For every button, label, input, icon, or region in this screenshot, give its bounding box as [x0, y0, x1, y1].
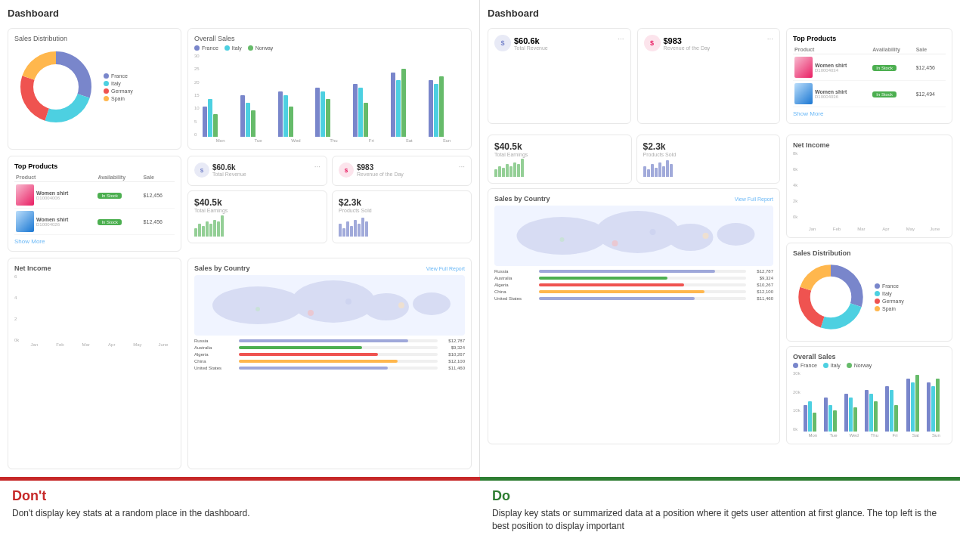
stat-total-earnings: $40.5k Total Earnings: [187, 190, 327, 243]
left-net-income-title: Net Income: [14, 265, 175, 272]
left-products-title: Top Products: [14, 162, 175, 170]
col-availability: Availability: [96, 173, 141, 182]
svg-point-10: [345, 299, 351, 305]
left-world-map: [194, 275, 465, 336]
right-overall-title: Overall Sales: [793, 353, 946, 360]
right-donut-chart: [793, 259, 869, 335]
col-sale: Sale: [142, 173, 175, 182]
left-overall-sales-card: Overall Sales France Italy Norway 0 5 10…: [187, 28, 472, 150]
left-net-income-card: Net Income 0k 2 4 6 Jan Feb Mar Apr: [8, 258, 181, 469]
left-sales-country-title: Sales by Country: [194, 265, 250, 272]
right-stat-revenue: $ $60.6k Total Revenue ···: [488, 28, 631, 124]
svg-point-14: [596, 211, 680, 253]
table-row: Women shirtD10004034 In Stock $12,456: [793, 54, 946, 81]
svg-point-25: [810, 277, 852, 318]
svg-point-17: [612, 240, 618, 246]
svg-point-16: [717, 223, 755, 246]
right-products-table: Product Availability Sale Women shirtD10…: [793, 45, 946, 107]
stat-total-revenue: $ $60.6k Total Revenue ···: [187, 156, 327, 186]
svg-point-18: [650, 229, 656, 235]
table-row: Women shirtD10004036 In Stock $12,494: [793, 81, 946, 107]
show-more-button[interactable]: Show More: [14, 238, 175, 245]
left-donut-chart: [14, 45, 98, 128]
right-sales-dist-card: Sales Distribution France Italy G: [786, 243, 952, 342]
left-products-card: Top Products Product Availability Sale W…: [8, 156, 181, 252]
dont-text: Don't display key stats at a random plac…: [12, 507, 468, 520]
right-country-bars: Russia$12,787 Australia$9,324 Algeria$10…: [494, 269, 773, 301]
right-view-full-button[interactable]: View Full Report: [735, 196, 773, 202]
right-stat-revenue-day: $ $983 Revenue of the Day ···: [637, 28, 781, 124]
left-bar-title: Overall Sales: [194, 35, 465, 42]
right-overall-sales-card: Overall Sales France Italy Norway 0k 10k…: [786, 346, 952, 444]
right-donut-legend: France Italy Germany Spain: [875, 283, 904, 311]
left-dashboard-title: Dashboard: [8, 8, 472, 19]
left-net-income-chart: Jan Feb Mar Apr May June: [23, 279, 175, 347]
stat-products-sold: $2.3k Products Sold: [332, 190, 472, 243]
right-net-income-chart: Jan Feb Mar Apr May June: [801, 156, 946, 231]
right-donut-title: Sales Distribution: [793, 249, 946, 257]
right-total-earnings: $40.5k Total Earnings: [488, 135, 632, 184]
left-sales-distribution-card: Sales Distribution France Italy Germany: [8, 28, 181, 150]
svg-point-13: [517, 217, 608, 255]
dont-section: Don't Don't display key stats at a rando…: [0, 477, 480, 560]
svg-point-6: [292, 280, 375, 323]
dont-title: Don't: [12, 488, 468, 504]
right-products-sold: $2.3k Products Sold: [636, 135, 781, 184]
left-bar-chart: [203, 54, 465, 137]
left-country-bars: Russia$12,787 Australia$9,324 Algeria$10…: [194, 339, 465, 370]
do-title: Do: [492, 488, 948, 504]
do-text: Display key stats or summarized data at …: [492, 507, 948, 533]
left-products-table: Product Availability Sale Women shirtD10…: [14, 173, 175, 235]
right-show-more[interactable]: Show More: [793, 110, 946, 117]
svg-point-11: [255, 307, 260, 311]
left-donut-title: Sales Distribution: [14, 35, 175, 42]
table-row: Women shirtD10004026 In Stock $12,456: [14, 209, 175, 235]
svg-point-12: [398, 302, 404, 308]
right-bar-chart: [804, 371, 946, 432]
right-products-title: Top Products: [793, 35, 946, 42]
right-world-map: [494, 206, 773, 266]
svg-point-20: [703, 233, 709, 239]
table-row: Women shirtD10004006 In Stock $12,456: [14, 182, 175, 209]
right-net-income-title: Net Income: [793, 141, 946, 149]
svg-point-4: [33, 64, 79, 110]
svg-point-19: [560, 237, 565, 242]
right-sales-country-card: Sales by Country View Full Report: [488, 188, 780, 444]
left-donut-legend: France Italy Germany Spain: [104, 73, 133, 101]
right-dashboard-title: Dashboard: [488, 8, 952, 19]
svg-point-9: [308, 310, 314, 316]
right-sales-country-title: Sales by Country: [494, 195, 550, 203]
col-product: Product: [14, 173, 96, 182]
svg-point-8: [413, 292, 451, 315]
left-view-full-button[interactable]: View Full Report: [426, 266, 465, 271]
left-sales-country-card: Sales by Country View Full Report: [187, 258, 472, 469]
right-net-income-card: Net Income 0k 2k 4k 6k 8k Jan Feb: [786, 135, 952, 238]
right-top-products-card: Top Products Product Availability Sale W…: [786, 28, 952, 124]
stat-revenue-day: $ $983 Revenue of the Day ···: [332, 156, 472, 186]
svg-point-5: [212, 286, 303, 324]
do-section: Do Display key stats or summarized data …: [480, 477, 960, 560]
